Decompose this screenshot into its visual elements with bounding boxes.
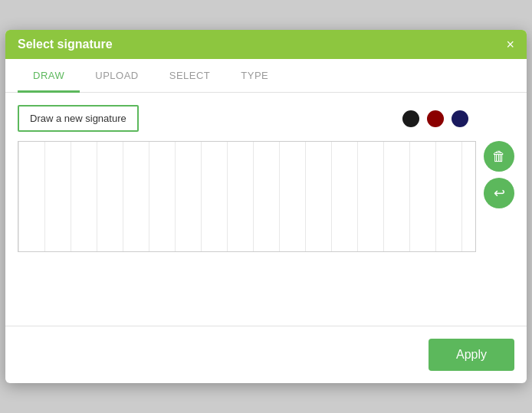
draw-new-signature-button[interactable]: Draw a new signature	[18, 105, 139, 132]
dialog-header: Select signature ×	[5, 30, 527, 59]
select-signature-dialog: Select signature × DRAW UPLOAD SELECT TY…	[5, 30, 527, 383]
top-row: Draw a new signature	[18, 105, 514, 132]
color-picker	[402, 110, 468, 127]
canvas-grid	[18, 142, 475, 251]
tab-type[interactable]: TYPE	[225, 59, 284, 92]
tab-select[interactable]: SELECT	[154, 59, 226, 92]
tab-upload[interactable]: UPLOAD	[80, 59, 153, 92]
tool-buttons: 🗑 ↩	[484, 141, 514, 208]
tab-content: Draw a new signature 🗑 ↩	[5, 93, 527, 264]
tab-bar: DRAW UPLOAD SELECT TYPE	[5, 59, 527, 93]
undo-button[interactable]: ↩	[484, 178, 514, 208]
apply-button[interactable]: Apply	[429, 339, 514, 371]
color-black[interactable]	[402, 110, 419, 127]
canvas-area-wrapper: 🗑 ↩	[18, 141, 514, 252]
trash-icon: 🗑	[492, 149, 506, 165]
undo-icon: ↩	[494, 185, 505, 202]
delete-button[interactable]: 🗑	[484, 141, 514, 172]
color-dark-blue[interactable]	[452, 110, 468, 127]
signature-canvas[interactable]	[18, 141, 476, 252]
tab-draw[interactable]: DRAW	[18, 59, 80, 92]
dialog-footer: Apply	[5, 326, 527, 383]
close-button[interactable]: ×	[506, 38, 514, 51]
color-dark-red[interactable]	[427, 110, 444, 127]
dialog-title: Select signature	[18, 38, 113, 51]
